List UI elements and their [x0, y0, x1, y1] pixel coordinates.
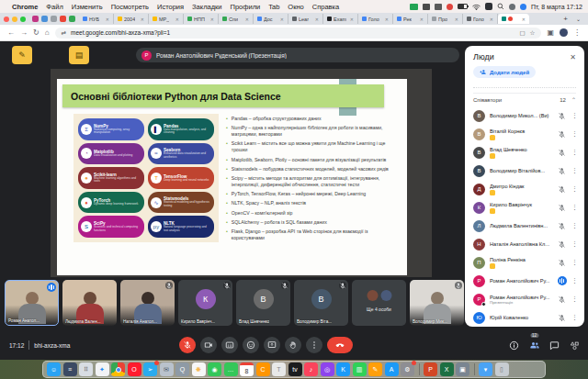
participant-row[interactable]: ККирило Ваврінчук⋮ [473, 198, 578, 217]
screen-share-status-icon[interactable] [410, 4, 418, 10]
end-call-button[interactable] [327, 337, 353, 353]
maps-favicon[interactable] [69, 16, 75, 22]
mic-button[interactable] [179, 337, 196, 353]
menu-item-справка[interactable]: Справка [312, 3, 339, 11]
tab-close-icon[interactable]: ✕ [175, 17, 179, 22]
bookmark-star-icon[interactable]: ☆ [530, 29, 536, 37]
tab-active-meet[interactable]: ✕ [498, 14, 529, 24]
dock-apple-tv-icon[interactable]: tv [288, 362, 302, 376]
participant-more-icon[interactable]: ⋮ [571, 204, 578, 211]
presenter-name-chip[interactable]: Р Роман Анатолійович Руденський (Презент… [136, 48, 459, 62]
tab-11[interactable]: Про✕ [428, 14, 463, 24]
tab-10[interactable]: Рек✕ [393, 14, 428, 24]
video-tile[interactable]: ВВлад Шевченко [236, 280, 290, 326]
participant-row[interactable]: ВВолодимир Микол... (Ви)⋮ [473, 106, 578, 125]
participant-row[interactable]: РРоман Анатолійович Ру...⋮ [473, 272, 578, 290]
dock-trash-icon[interactable]: ▯ [495, 362, 509, 376]
dock-podcasts-icon[interactable]: ◎ [321, 362, 334, 376]
add-people-button[interactable]: Додати людей [473, 66, 536, 78]
dock-mail-icon[interactable]: ✉ [160, 362, 174, 376]
tab-close-icon[interactable]: ✕ [280, 17, 284, 22]
tab-close-icon[interactable]: ✕ [315, 17, 319, 22]
tab-close-icon[interactable]: ✕ [350, 17, 354, 22]
participant-row[interactable]: ППоліна Ренкіна⋮ [473, 253, 578, 272]
raise-hand-button[interactable] [285, 337, 301, 353]
recording-status-icon[interactable] [447, 4, 453, 10]
window-zoom-button[interactable] [20, 17, 26, 22]
home-button[interactable]: ⌂ [45, 28, 50, 37]
tab-close-icon[interactable]: ✕ [490, 17, 493, 22]
participant-more-icon[interactable]: ⋮ [571, 222, 578, 229]
dock-pages-icon[interactable]: ✎ [368, 362, 382, 376]
dock-calendar-icon[interactable]: 8 [240, 362, 254, 376]
dock-keynote-icon[interactable]: K [336, 362, 350, 376]
more-options-button[interactable] [306, 337, 322, 353]
address-bar[interactable]: ⇄ meet.google.com/bhi-axza-xma?pli=1 ▢ ☆ [55, 28, 542, 39]
browser-menu-icon[interactable]: ⋮ [573, 28, 581, 37]
annotation-tool-icon[interactable]: ✎ [12, 46, 32, 64]
participant-row[interactable]: ДДмитро Кіндак⋮ [473, 180, 578, 198]
dock-notes-stack-icon[interactable]: ≡ [63, 362, 77, 376]
dock-finder-icon[interactable]: ☺ [47, 362, 61, 376]
meeting-info-button[interactable] [508, 340, 520, 351]
tab-close-icon[interactable]: ✕ [455, 17, 458, 22]
dock-app-store-icon[interactable]: A [385, 362, 399, 376]
chat-button[interactable] [548, 340, 560, 351]
participant-more-icon[interactable]: ⋮ [571, 240, 578, 248]
participant-row[interactable]: ЮЮрій Коваленко⋮ [473, 308, 578, 327]
dock-excel-icon[interactable]: X [440, 362, 454, 376]
gmail-favicon[interactable] [60, 16, 66, 22]
video-tile[interactable]: ВВолодимир Віта... [294, 280, 348, 326]
dock-telegram-icon[interactable]: ➢ [143, 362, 157, 376]
tab-close-icon[interactable]: ✕ [141, 17, 144, 22]
browser-profile-avatar[interactable] [560, 28, 568, 37]
participant-more-icon[interactable]: ⋮ [571, 277, 578, 284]
tab-3[interactable]: МР_✕ [149, 14, 184, 24]
dock-contacts-icon[interactable]: C [256, 362, 270, 376]
dock-launchpad-icon[interactable]: ⠿ [79, 362, 93, 376]
new-tab-button[interactable]: + [559, 15, 572, 23]
menu-item-посмотреть[interactable]: Посмотреть [111, 3, 149, 11]
video-tile[interactable]: Володимир Мик... [410, 280, 464, 326]
video-tile[interactable]: ККирило Ваврінч... [178, 280, 232, 326]
menu-item-tab[interactable]: Tab [268, 3, 279, 11]
participant-row[interactable]: ЛЛюдмила Валентинівн...⋮ [473, 217, 578, 235]
dock-remote-desktop-icon[interactable]: ▣ [456, 362, 469, 376]
input-source-icon[interactable] [485, 3, 492, 10]
dock-powerpoint-icon[interactable]: P [424, 362, 437, 376]
participant-more-icon[interactable]: ⋮ [571, 112, 578, 119]
participant-row[interactable]: РРоман Анатолійович Ру...Презентація⋮ [473, 290, 578, 308]
dock-safari-icon[interactable]: ✦ [96, 362, 109, 376]
dock-chrome-icon[interactable] [111, 362, 125, 376]
tab-12[interactable]: Голо✕ [463, 14, 498, 24]
document-tool-icon[interactable]: ▤ [69, 46, 89, 64]
present-button[interactable] [264, 337, 280, 353]
people-search-input[interactable] [473, 82, 576, 88]
window-minimize-button[interactable] [12, 17, 17, 22]
tab-5[interactable]: Спи✕ [219, 14, 254, 24]
tab-close-icon[interactable]: ✕ [245, 17, 249, 22]
dock-preview-icon[interactable]: Q [175, 362, 189, 376]
participant-more-icon[interactable]: ⋮ [571, 130, 578, 138]
tab-2[interactable]: 2004✕ [114, 14, 149, 24]
tab-8[interactable]: Exam✕ [323, 14, 358, 24]
participant-more-icon[interactable]: ⋮ [571, 259, 578, 266]
fast-user-switch-icon[interactable] [509, 4, 515, 10]
wifi-icon[interactable] [472, 4, 481, 10]
tab-4[interactable]: НПП✕ [184, 14, 219, 24]
tab-9[interactable]: Голо✕ [358, 14, 393, 24]
dock-facetime-icon[interactable]: ◉ [208, 362, 221, 376]
compass-favicon[interactable] [41, 16, 48, 22]
spotlight-icon[interactable] [497, 3, 504, 10]
tab-close-icon[interactable]: ✕ [420, 17, 424, 22]
dock-messages-icon[interactable]: … [224, 362, 238, 376]
update-status-icon[interactable] [520, 4, 526, 10]
video-tile[interactable]: Людмила Вален... [62, 280, 117, 326]
menu-item-история[interactable]: История [157, 3, 184, 11]
tab-close-icon[interactable]: ✕ [210, 17, 214, 22]
dock-numbers-icon[interactable]: ▥ [353, 362, 367, 376]
menu-item-файл[interactable]: Файл [46, 3, 62, 11]
tab-1[interactable]: НУБ✕ [79, 14, 114, 24]
video-tile[interactable]: Наталія Анатол... [120, 280, 175, 326]
menu-clock[interactable]: Пт, 8 марта 17:12 [531, 4, 582, 10]
